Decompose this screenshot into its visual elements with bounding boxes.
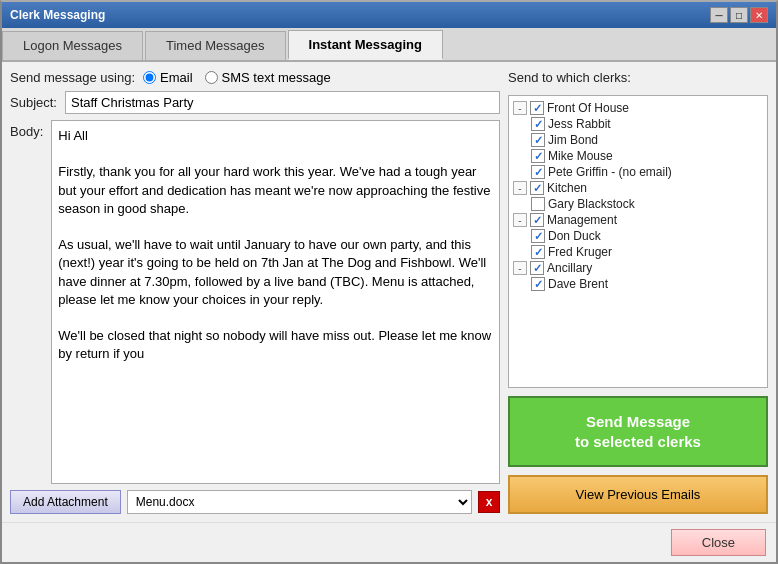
sms-radio[interactable] [205,71,218,84]
tab-instant[interactable]: Instant Messaging [288,30,443,60]
tree-leaf-fred[interactable]: Fred Kruger [513,244,763,260]
kitchen-checkbox[interactable] [530,181,544,195]
tree-group-mgmt[interactable]: - Management [513,212,763,228]
tree-leaf-pete[interactable]: Pete Griffin - (no email) [513,164,763,180]
sms-radio-label: SMS text message [222,70,331,85]
tree-leaf-don[interactable]: Don Duck [513,228,763,244]
mike-label: Mike Mouse [548,149,613,163]
sms-radio-option[interactable]: SMS text message [205,70,331,85]
tree-leaf-mike[interactable]: Mike Mouse [513,148,763,164]
subject-input[interactable] [65,91,500,114]
email-radio[interactable] [143,71,156,84]
attachment-select[interactable]: Menu.docx [127,490,472,514]
delete-attachment-button[interactable]: x [478,491,500,513]
mgmt-expand-icon[interactable]: - [513,213,527,227]
ancillary-expand-icon[interactable]: - [513,261,527,275]
tab-logon[interactable]: Logon Messages [2,31,143,60]
send-btn-line1: Send Message [586,413,690,430]
foh-expand-icon[interactable]: - [513,101,527,115]
send-btn-line2: to selected clerks [575,433,701,450]
add-attachment-button[interactable]: Add Attachment [10,490,121,514]
send-method-row: Send message using: Email SMS text messa… [10,70,500,85]
main-window: Clerk Messaging ─ □ ✕ Logon Messages Tim… [0,0,778,564]
close-button[interactable]: Close [671,529,766,556]
foh-checkbox[interactable] [530,101,544,115]
main-content: Send message using: Email SMS text messa… [2,62,776,522]
mike-checkbox[interactable] [531,149,545,163]
title-bar: Clerk Messaging ─ □ ✕ [2,2,776,28]
pete-checkbox[interactable] [531,165,545,179]
radio-group: Email SMS text message [143,70,331,85]
tree-group-kitchen[interactable]: - Kitchen [513,180,763,196]
mgmt-checkbox[interactable] [530,213,544,227]
foh-label: Front Of House [547,101,629,115]
tab-timed[interactable]: Timed Messages [145,31,286,60]
ancillary-label: Ancillary [547,261,592,275]
subject-label: Subject: [10,95,57,110]
window-close-button[interactable]: ✕ [750,7,768,23]
tree-group-ancillary[interactable]: - Ancillary [513,260,763,276]
jim-label: Jim Bond [548,133,598,147]
minimize-button[interactable]: ─ [710,7,728,23]
maximize-button[interactable]: □ [730,7,748,23]
ancillary-checkbox[interactable] [530,261,544,275]
jess-label: Jess Rabbit [548,117,611,131]
title-bar-buttons: ─ □ ✕ [710,7,768,23]
tabs-bar: Logon Messages Timed Messages Instant Me… [2,28,776,62]
attachment-row: Add Attachment Menu.docx x [10,490,500,514]
mgmt-label: Management [547,213,617,227]
subject-row: Subject: [10,91,500,114]
gary-label: Gary Blackstock [548,197,635,211]
dave-label: Dave Brent [548,277,608,291]
kitchen-label: Kitchen [547,181,587,195]
email-radio-option[interactable]: Email [143,70,193,85]
kitchen-expand-icon[interactable]: - [513,181,527,195]
window-title: Clerk Messaging [10,8,105,22]
tree-leaf-gary[interactable]: Gary Blackstock [513,196,763,212]
body-label: Body: [10,120,43,139]
fred-checkbox[interactable] [531,245,545,259]
dave-checkbox[interactable] [531,277,545,291]
view-emails-button[interactable]: View Previous Emails [508,475,768,514]
body-row: Body: Hi All Firstly, thank you for all … [10,120,500,484]
pete-label: Pete Griffin - (no email) [548,165,672,179]
right-panel: Send to which clerks: - Front Of House J… [508,70,768,514]
don-checkbox[interactable] [531,229,545,243]
tree-leaf-jess[interactable]: Jess Rabbit [513,116,763,132]
footer-bar: Close [2,522,776,562]
clerk-tree[interactable]: - Front Of House Jess Rabbit Jim Bond Mi… [508,95,768,388]
send-message-button[interactable]: Send Message to selected clerks [508,396,768,467]
email-radio-label: Email [160,70,193,85]
gary-checkbox[interactable] [531,197,545,211]
tree-leaf-dave[interactable]: Dave Brent [513,276,763,292]
jess-checkbox[interactable] [531,117,545,131]
tree-leaf-jim[interactable]: Jim Bond [513,132,763,148]
send-method-label: Send message using: [10,70,135,85]
left-panel: Send message using: Email SMS text messa… [10,70,500,514]
send-to-label: Send to which clerks: [508,70,768,85]
tree-group-foh[interactable]: - Front Of House [513,100,763,116]
fred-label: Fred Kruger [548,245,612,259]
body-textarea[interactable]: Hi All Firstly, thank you for all your h… [51,120,500,484]
don-label: Don Duck [548,229,601,243]
jim-checkbox[interactable] [531,133,545,147]
